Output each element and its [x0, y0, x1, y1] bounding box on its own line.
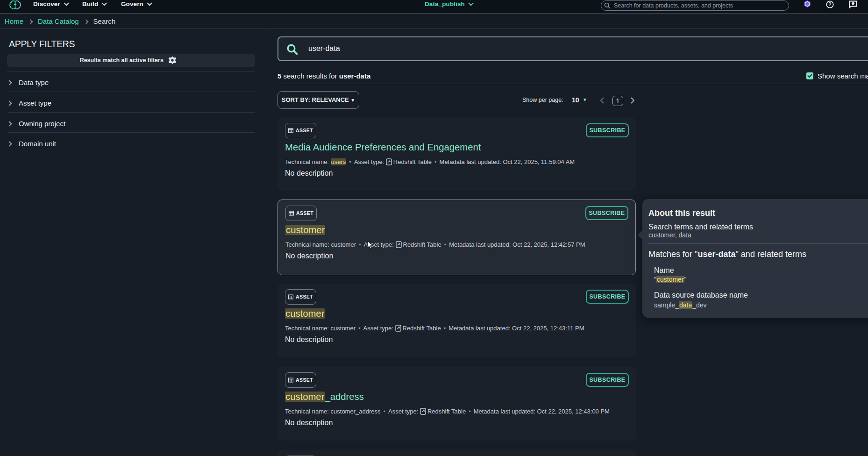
svg-text:?: ?: [828, 1, 831, 7]
